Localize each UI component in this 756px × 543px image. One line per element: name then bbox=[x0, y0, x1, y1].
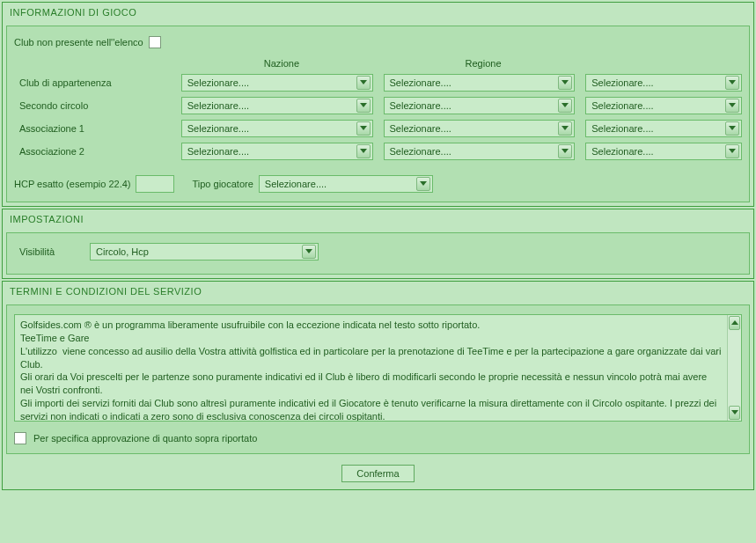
secondo-regione-select[interactable]: Selezionare.... bbox=[384, 97, 576, 114]
row-assoc2: Associazione 2 Selezionare.... Seleziona… bbox=[14, 140, 742, 163]
header-regione: Regione bbox=[382, 58, 584, 69]
chevron-down-icon bbox=[725, 76, 739, 90]
terms-body: Golfsides.com ® è un programma liberamen… bbox=[6, 305, 750, 454]
terms-title: TERMINI E CONDIZIONI DEL SERVIZIO bbox=[3, 282, 753, 301]
chevron-down-icon bbox=[558, 144, 572, 158]
approve-label: Per specifica approvazione di quanto sop… bbox=[33, 433, 257, 444]
chevron-down-icon bbox=[558, 121, 572, 136]
club-not-listed-row: Club non presente nell''elenco bbox=[14, 35, 742, 49]
label-secondo: Secondo circolo bbox=[14, 100, 181, 111]
settings-body: Visibilità Circolo, Hcp bbox=[6, 232, 750, 275]
confirm-button[interactable]: Conferma bbox=[341, 465, 414, 482]
chevron-down-icon bbox=[356, 99, 371, 113]
grid-header: Nazione Regione bbox=[14, 58, 742, 69]
chevron-down-icon bbox=[356, 76, 371, 90]
terms-text: Golfsides.com ® è un programma liberamen… bbox=[15, 315, 727, 421]
label-club: Club di appartenenza bbox=[14, 77, 181, 88]
chevron-down-icon bbox=[725, 121, 739, 136]
secondo-nazione-select[interactable]: Selezionare.... bbox=[181, 97, 373, 114]
label-assoc1: Associazione 1 bbox=[14, 123, 181, 134]
terms-section: TERMINI E CONDIZIONI DEL SERVIZIO Golfsi… bbox=[2, 281, 754, 490]
row-club: Club di appartenenza Selezionare.... Sel… bbox=[14, 71, 742, 94]
header-nazione: Nazione bbox=[180, 58, 382, 69]
chevron-down-icon bbox=[302, 245, 316, 259]
club-not-listed-label: Club non presente nell''elenco bbox=[14, 37, 143, 48]
game-info-title: INFORMAZIONI DI GIOCO bbox=[3, 3, 753, 22]
hcp-label: HCP esatto (esempio 22.4) bbox=[14, 179, 130, 189]
confirm-area: Conferma bbox=[3, 458, 753, 489]
terms-textarea[interactable]: Golfsides.com ® è un programma liberamen… bbox=[14, 314, 742, 422]
secondo-club-select[interactable]: Selezionare.... bbox=[585, 97, 742, 114]
hcp-input[interactable] bbox=[136, 175, 174, 193]
chevron-down-icon bbox=[356, 121, 371, 136]
chevron-down-icon bbox=[558, 76, 572, 90]
row-assoc1: Associazione 1 Selezionare.... Seleziona… bbox=[14, 117, 742, 140]
approve-row: Per specifica approvazione di quanto sop… bbox=[14, 432, 742, 444]
assoc2-club-select[interactable]: Selezionare.... bbox=[585, 143, 742, 160]
chevron-down-icon bbox=[356, 144, 371, 158]
visibility-select[interactable]: Circolo, Hcp bbox=[90, 243, 319, 260]
chevron-down-icon bbox=[558, 99, 572, 113]
settings-title: IMPOSTAZIONI bbox=[3, 209, 753, 229]
player-type-select[interactable]: Selezionare.... bbox=[259, 175, 433, 193]
player-type-label: Tipo giocatore bbox=[192, 179, 253, 189]
settings-section: IMPOSTAZIONI Visibilità Circolo, Hcp bbox=[2, 209, 754, 279]
scroll-up-icon[interactable] bbox=[729, 316, 740, 330]
club-nazione-select[interactable]: Selezionare.... bbox=[181, 74, 373, 92]
club-regione-select[interactable]: Selezionare.... bbox=[384, 74, 576, 92]
chevron-down-icon bbox=[416, 177, 430, 191]
game-info-body: Club non presente nell''elenco Nazione R… bbox=[6, 26, 750, 202]
visibility-row: Visibilità Circolo, Hcp bbox=[14, 242, 742, 261]
assoc1-nazione-select[interactable]: Selezionare.... bbox=[181, 120, 373, 137]
club-club-select[interactable]: Selezionare.... bbox=[585, 74, 742, 92]
terms-scrollbar[interactable] bbox=[727, 315, 741, 421]
chevron-down-icon bbox=[725, 99, 739, 113]
assoc1-regione-select[interactable]: Selezionare.... bbox=[384, 120, 576, 137]
hcp-row: HCP esatto (esempio 22.4) Tipo giocatore… bbox=[14, 175, 742, 193]
label-assoc2: Associazione 2 bbox=[14, 146, 181, 157]
assoc1-club-select[interactable]: Selezionare.... bbox=[585, 120, 742, 137]
chevron-down-icon bbox=[725, 144, 739, 158]
approve-checkbox[interactable] bbox=[14, 432, 26, 444]
club-not-listed-checkbox[interactable] bbox=[149, 36, 161, 48]
assoc2-regione-select[interactable]: Selezionare.... bbox=[384, 143, 576, 160]
scroll-down-icon[interactable] bbox=[729, 406, 740, 420]
visibility-label: Visibilità bbox=[14, 246, 90, 257]
row-secondo: Secondo circolo Selezionare.... Selezion… bbox=[14, 94, 742, 117]
assoc2-nazione-select[interactable]: Selezionare.... bbox=[181, 143, 373, 160]
game-info-section: INFORMAZIONI DI GIOCO Club non presente … bbox=[2, 2, 754, 207]
